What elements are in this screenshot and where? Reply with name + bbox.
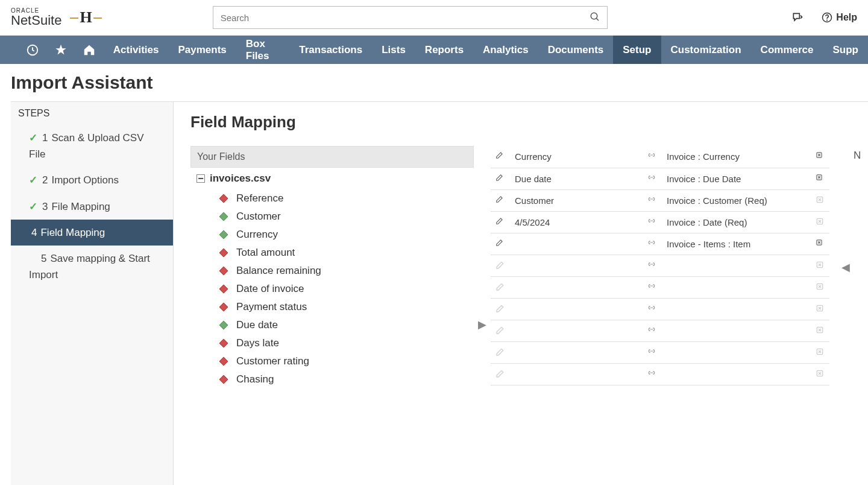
mapping-source[interactable] (510, 363, 643, 385)
link-icon (647, 151, 657, 160)
field-status-icon (219, 375, 228, 384)
check-icon: ✓ (29, 174, 37, 186)
nav-item-lists[interactable]: Lists (372, 36, 415, 64)
content-title: Field Mapping (190, 113, 868, 132)
nav-item-customization[interactable]: Customization (661, 36, 751, 64)
field-label: Customer rating (236, 355, 309, 367)
edit-icon (495, 325, 505, 335)
remove-icon (815, 303, 825, 313)
csv-field-customer-rating[interactable]: Customer rating (190, 352, 474, 370)
netsuite-logo[interactable]: ORACLE NetSuite (11, 8, 61, 27)
remove-icon[interactable] (815, 151, 825, 160)
mapping-target[interactable]: Invoice - Items : Item (662, 233, 810, 255)
mapping-source[interactable] (510, 233, 643, 255)
remove-icon[interactable] (815, 173, 825, 183)
mapping-panel: CurrencyInvoice : CurrencyDue dateInvoic… (491, 146, 841, 388)
csv-field-payment-status[interactable]: Payment status (190, 298, 474, 316)
mapping-target[interactable] (662, 276, 810, 298)
mapping-target[interactable] (662, 255, 810, 276)
mapping-target[interactable] (662, 298, 810, 320)
nav-item-analytics[interactable]: Analytics (473, 36, 538, 64)
mapping-target[interactable]: Invoice : Customer (Req) (662, 189, 810, 211)
nav-star-icon[interactable] (46, 36, 75, 64)
nav-item-supp[interactable]: Supp (823, 36, 868, 64)
mapping-source[interactable]: Due date (510, 168, 643, 189)
mapping-source[interactable] (510, 341, 643, 363)
link-icon (647, 282, 657, 291)
step-number: 3 (42, 201, 48, 212)
field-status-icon (219, 267, 228, 276)
remove-icon[interactable] (815, 238, 825, 248)
csv-field-currency[interactable]: Currency (190, 226, 474, 244)
nav-home-icon[interactable] (75, 36, 104, 64)
svg-line-1 (596, 18, 599, 21)
mapping-row (491, 363, 829, 385)
arrow-right-icon[interactable]: ▶ (478, 318, 486, 331)
field-status-icon (219, 249, 228, 258)
link-icon (647, 260, 657, 270)
csv-field-reference[interactable]: Reference (190, 189, 474, 208)
csv-field-balance-remaining[interactable]: Balance remaining (190, 262, 474, 280)
edit-icon[interactable] (495, 238, 505, 248)
mapping-target[interactable] (662, 363, 810, 385)
csv-field-days-late[interactable]: Days late (190, 334, 474, 352)
nav-item-setup[interactable]: Setup (613, 36, 661, 64)
search-box (213, 6, 608, 29)
mapping-row (491, 320, 829, 341)
nav-item-activities[interactable]: Activities (104, 36, 169, 64)
step-5[interactable]: 5Save mapping & Start Import (11, 246, 173, 288)
mapping-source[interactable]: 4/5/2024 (510, 211, 643, 233)
csv-field-due-date[interactable]: Due date (190, 316, 474, 334)
search-icon[interactable] (590, 11, 600, 22)
edit-icon[interactable] (495, 217, 505, 226)
field-label: Payment status (236, 301, 307, 313)
step-3[interactable]: ✓3File Mapping (11, 194, 173, 220)
arrow-left-icon[interactable]: ◀ (841, 261, 850, 274)
feedback-icon[interactable] (791, 11, 804, 24)
collapse-icon[interactable]: − (197, 174, 205, 183)
logo-netsuite-text: NetSuite (11, 14, 61, 27)
step-4[interactable]: 4Field Mapping (11, 220, 173, 246)
mapping-target[interactable] (662, 341, 810, 363)
mapping-target[interactable]: Invoice : Date (Req) (662, 211, 810, 233)
step-2[interactable]: ✓2Import Options (11, 167, 173, 193)
link-icon (647, 238, 657, 248)
nav-item-commerce[interactable]: Commerce (751, 36, 823, 64)
csv-field-customer[interactable]: Customer (190, 208, 474, 226)
help-label: Help (836, 12, 857, 23)
csv-file-row[interactable]: − invoices.csv (190, 168, 474, 189)
mapping-source[interactable] (510, 276, 643, 298)
nav-item-box-files[interactable]: Box Files (236, 36, 290, 64)
edit-icon[interactable] (495, 195, 505, 204)
search-input[interactable] (213, 6, 608, 29)
company-logo[interactable]: H (80, 8, 92, 27)
nav-recents-icon[interactable] (18, 36, 46, 64)
mapping-target[interactable]: Invoice : Due Date (662, 168, 810, 189)
remove-icon (815, 260, 825, 270)
help-link[interactable]: Help (822, 12, 857, 23)
edit-icon[interactable] (495, 173, 505, 183)
csv-field-total-amount[interactable]: Total amount (190, 244, 474, 262)
csv-field-date-of-invoice[interactable]: Date of invoice (190, 280, 474, 298)
mapping-source[interactable]: Currency (510, 146, 643, 168)
steps-header: STEPS (11, 102, 173, 125)
field-label: Days late (236, 337, 279, 349)
mapping-source[interactable] (510, 320, 643, 341)
mapping-source[interactable]: Customer (510, 189, 643, 211)
edit-icon (495, 369, 505, 378)
top-header: ORACLE NetSuite H Help (0, 0, 868, 36)
mapping-row: CustomerInvoice : Customer (Req) (491, 189, 829, 211)
mapping-source[interactable] (510, 255, 643, 276)
nav-item-payments[interactable]: Payments (168, 36, 236, 64)
link-icon (647, 369, 657, 378)
mapping-source[interactable] (510, 298, 643, 320)
edit-icon[interactable] (495, 151, 505, 160)
nav-item-transactions[interactable]: Transactions (289, 36, 372, 64)
mapping-target[interactable] (662, 320, 810, 341)
step-1[interactable]: ✓1Scan & Upload CSV File (11, 125, 173, 167)
field-status-icon (219, 321, 228, 330)
csv-field-chasing[interactable]: Chasing (190, 370, 474, 388)
nav-item-reports[interactable]: Reports (415, 36, 473, 64)
nav-item-documents[interactable]: Documents (538, 36, 614, 64)
mapping-target[interactable]: Invoice : Currency (662, 146, 810, 168)
